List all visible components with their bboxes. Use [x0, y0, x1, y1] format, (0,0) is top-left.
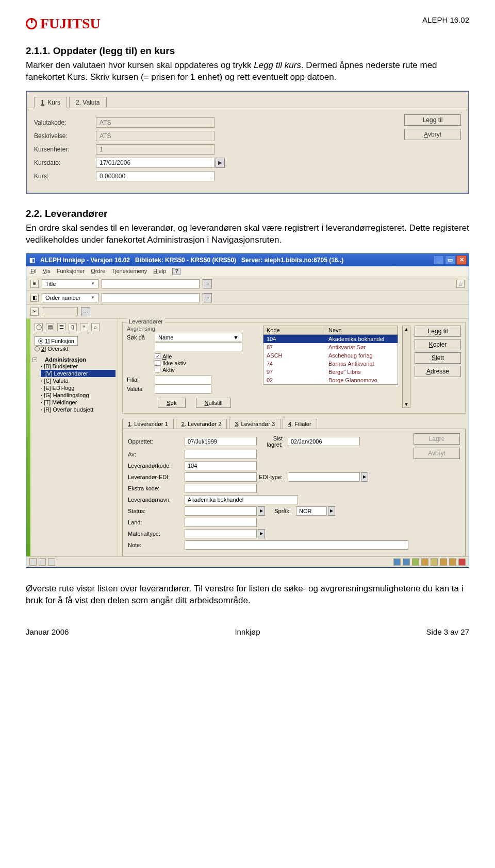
toolbar-select-order[interactable]: Order number▼	[42, 293, 98, 302]
detail-tab[interactable]: 2. Leverandør 2	[176, 419, 227, 429]
btn-nullstill[interactable]: Nullstill	[196, 398, 232, 408]
status-icon[interactable]	[403, 558, 410, 566]
scrollbar-vertical[interactable]: ▲▼	[402, 326, 410, 408]
nav-icon[interactable]: ◯	[35, 323, 43, 331]
col-navn[interactable]: Navn	[325, 326, 398, 334]
input-levnavn[interactable]: Akademika bokhandel	[185, 495, 298, 504]
menu-hjelp[interactable]: Hjelp	[153, 268, 166, 275]
menu-funksjoner[interactable]: Funksjoner	[57, 268, 85, 275]
toolbar-icon-2[interactable]: ◧	[30, 294, 39, 302]
detail-tab[interactable]: 4. Filialer	[283, 419, 317, 429]
list-action-button[interactable]: Kopier	[415, 339, 461, 350]
table-row[interactable]: 97Berge" Libris	[263, 368, 398, 376]
list-action-button[interactable]: Legg til	[415, 326, 461, 337]
picker-sprak[interactable]: ▶	[328, 506, 335, 516]
input-av[interactable]	[185, 450, 257, 459]
toolbar-go-button-2[interactable]: →	[203, 293, 212, 302]
minimize-button[interactable]: _	[434, 256, 444, 265]
input-ekstra[interactable]	[185, 484, 257, 493]
tree-item[interactable]: · [G] Handlingslogg	[41, 392, 116, 399]
nav-icon[interactable]: ▤	[46, 323, 54, 331]
help-icon[interactable]: ?	[172, 268, 180, 275]
input-levedi[interactable]	[185, 472, 257, 482]
input-note[interactable]	[185, 540, 408, 550]
menu-ordre[interactable]: Ordre	[91, 268, 105, 275]
leggtil-button[interactable]: Legg til	[404, 114, 461, 126]
toolbar-input-title[interactable]	[102, 279, 200, 288]
nav-icon[interactable]: ≡	[80, 323, 88, 331]
table-row[interactable]: 74Barnas Antikvariat	[263, 360, 398, 368]
avbryt-button[interactable]: Avbryt	[404, 129, 461, 140]
tree-item[interactable]: · [E] EDI-logg	[41, 384, 116, 392]
tree-item[interactable]: · [R] Overfør budsjett	[41, 406, 116, 413]
check-ikke-aktiv[interactable]: Ikke aktiv	[155, 360, 256, 366]
input-kursdato[interactable]: 17/01/2006	[96, 158, 214, 168]
picker-status[interactable]: ▶	[258, 506, 265, 516]
toolbar-icon-3[interactable]: ✂	[30, 308, 39, 316]
menu-vis[interactable]: Vis	[43, 268, 51, 275]
btn-sok[interactable]: Søk	[158, 398, 186, 408]
input-editype[interactable]	[288, 472, 360, 482]
input-status[interactable]	[185, 506, 257, 516]
tree-item[interactable]: · [V] Leverandører	[41, 370, 116, 377]
picker-mat[interactable]: ▶	[258, 529, 265, 538]
input-valuta[interactable]	[155, 384, 211, 394]
toolbar-input-3[interactable]	[42, 307, 78, 316]
status-icon[interactable]	[458, 558, 466, 566]
input-kurs[interactable]: 0.000000	[96, 171, 214, 181]
table-row[interactable]: 02Borge Giannomovo	[263, 376, 398, 384]
nav-icon[interactable]: ☰	[57, 323, 65, 331]
input-sist[interactable]: 02/Jan/2006	[288, 437, 360, 446]
check-aktiv[interactable]: Aktiv	[155, 367, 256, 373]
toolbar-select-title[interactable]: Title▼	[42, 279, 98, 288]
status-icon[interactable]	[29, 558, 37, 566]
date-picker-button[interactable]: ▶	[216, 158, 225, 168]
radio-funksjon[interactable]: 1] Funksjon	[35, 336, 78, 346]
toolbar-expand-button[interactable]: …	[81, 307, 90, 316]
menu-fil[interactable]: Fil	[30, 268, 37, 275]
toolbar-go-button[interactable]: →	[203, 279, 212, 288]
tab-valuta[interactable]: 2. Valuta	[69, 97, 106, 108]
menu-tjenestemeny[interactable]: Tjenestemeny	[111, 268, 147, 275]
check-alle[interactable]: ✓Alle	[155, 353, 256, 360]
tree-item[interactable]: · [C] Valuta	[41, 377, 116, 384]
status-icon[interactable]	[421, 558, 428, 566]
toolbar-right-icon[interactable]: ≣	[456, 280, 465, 288]
status-icon[interactable]	[431, 558, 438, 566]
input-sok[interactable]	[155, 342, 242, 351]
detail-tab[interactable]: 3. Leverandør 3	[229, 419, 280, 429]
lbl-sokpa: Søk på	[127, 334, 151, 341]
input-mat[interactable]	[185, 529, 257, 538]
status-icon[interactable]	[440, 558, 447, 566]
nav-icon[interactable]: ⌕	[91, 323, 100, 331]
maximize-button[interactable]: ▭	[445, 256, 455, 265]
status-icon[interactable]	[39, 558, 46, 566]
radio-oversikt[interactable]: 2] Oversikt	[35, 346, 69, 352]
status-icon[interactable]	[393, 558, 401, 566]
toolbar-input-order[interactable]	[102, 293, 200, 302]
tab-kurs[interactable]: 1. Kurs	[34, 97, 67, 108]
table-row[interactable]: ASCHAschehoug forlag	[263, 351, 398, 360]
tree-item[interactable]: · [B] Budsjetter	[41, 363, 116, 370]
picker-editype[interactable]: ▶	[361, 472, 368, 482]
status-icon[interactable]	[48, 558, 55, 566]
input-opprettet[interactable]: 07/Jul/1999	[185, 437, 257, 446]
input-levkode[interactable]: 104	[185, 461, 257, 470]
detail-tab[interactable]: 1. Leverandør 1	[122, 419, 174, 429]
input-land[interactable]	[185, 518, 257, 527]
close-button[interactable]: ✕	[456, 256, 467, 265]
toolbar-icon[interactable]: ≡	[30, 280, 39, 288]
tree-root[interactable]: Administrasjon	[45, 356, 86, 363]
input-filial[interactable]	[155, 375, 211, 384]
list-action-button[interactable]: Adresse	[415, 366, 461, 377]
select-sokpa[interactable]: Name▼	[155, 333, 242, 342]
col-kode[interactable]: Kode	[263, 326, 325, 334]
tree-item[interactable]: · [T] Meldinger	[41, 399, 116, 406]
table-row[interactable]: 87Antikvariat Sør	[263, 343, 398, 351]
status-icon[interactable]	[449, 558, 456, 566]
list-action-button[interactable]: Slett	[415, 352, 461, 364]
table-row[interactable]: 104Akademika bokhandel	[263, 335, 398, 343]
input-sprak[interactable]: NOR	[296, 506, 327, 516]
status-icon[interactable]	[412, 558, 419, 566]
nav-icon[interactable]: ▯	[69, 323, 77, 331]
